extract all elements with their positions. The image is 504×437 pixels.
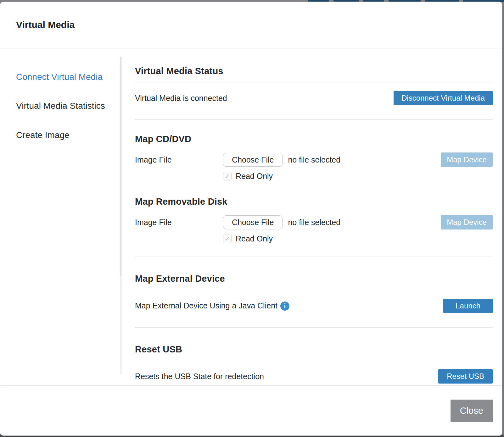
- read-only-checkbox[interactable]: ✓: [223, 172, 232, 180]
- sidebar-item-connect-virtual-media[interactable]: Connect Virtual Media: [16, 72, 120, 81]
- section-heading: Map Removable Disk: [135, 196, 493, 207]
- map-device-button[interactable]: Map Device: [441, 215, 493, 230]
- map-device-button[interactable]: Map Device: [441, 152, 493, 167]
- section-reset-usb: Reset USB Resets the USB State for redet…: [135, 344, 493, 384]
- sidebar: Connect Virtual Media Virtual Media Stat…: [0, 48, 120, 385]
- dialog-header: Virtual Media: [0, 2, 502, 48]
- section-divider: [135, 119, 493, 120]
- dialog-title: Virtual Media: [16, 19, 75, 30]
- dialog-footer: Close: [0, 385, 502, 435]
- reset-usb-description: Resets the USB State for redetection: [135, 372, 264, 381]
- file-picker: Choose File no file selected: [223, 215, 340, 229]
- image-file-label: Image File: [135, 155, 223, 164]
- close-button[interactable]: Close: [451, 400, 493, 422]
- section-map-removable-disk: Map Removable Disk Image File Choose Fil…: [135, 196, 493, 243]
- section-divider: [135, 257, 493, 257]
- section-divider: [135, 327, 493, 328]
- no-file-selected-text: no file selected: [288, 155, 340, 164]
- launch-button[interactable]: Launch: [443, 299, 493, 313]
- dialog-body: Connect Virtual Media Virtual Media Stat…: [0, 48, 502, 385]
- section-virtual-media-status: Virtual Media Status Virtual Media is co…: [135, 66, 493, 105]
- status-message: Virtual Media is connected: [135, 94, 227, 103]
- section-heading: Reset USB: [135, 344, 493, 355]
- info-icon[interactable]: i: [280, 301, 289, 311]
- sidebar-item-virtual-media-statistics[interactable]: Virtual Media Statistics: [16, 101, 120, 110]
- section-map-external-device: Map External Device Map External Device …: [135, 274, 493, 313]
- virtual-media-dialog: Virtual Media Connect Virtual Media Virt…: [0, 2, 502, 436]
- external-device-description: Map External Device Using a Java Clienti: [135, 301, 289, 311]
- file-picker: Choose File no file selected: [223, 153, 340, 167]
- heading-rule: [135, 82, 493, 82]
- section-map-cd-dvd: Map CD/DVD Image File Choose File no fil…: [135, 134, 493, 181]
- section-heading: Map External Device: [135, 274, 493, 284]
- reset-usb-button[interactable]: Reset USB: [438, 369, 493, 384]
- section-heading: Virtual Media Status: [135, 66, 493, 76]
- sidebar-item-create-image[interactable]: Create Image: [16, 130, 120, 140]
- no-file-selected-text: no file selected: [288, 218, 340, 227]
- choose-file-button[interactable]: Choose File: [223, 215, 283, 229]
- external-device-description-text: Map External Device Using a Java Client: [135, 301, 277, 310]
- section-heading: Map CD/DVD: [135, 134, 493, 144]
- image-file-label: Image File: [135, 218, 223, 227]
- choose-file-button[interactable]: Choose File: [223, 153, 283, 167]
- read-only-label: Read Only: [236, 234, 273, 243]
- dialog-content: Virtual Media Status Virtual Media is co…: [121, 48, 502, 385]
- read-only-label: Read Only: [236, 172, 273, 181]
- disconnect-virtual-media-button[interactable]: Disconnect Virtual Media: [394, 91, 493, 105]
- read-only-checkbox[interactable]: ✓: [223, 235, 232, 243]
